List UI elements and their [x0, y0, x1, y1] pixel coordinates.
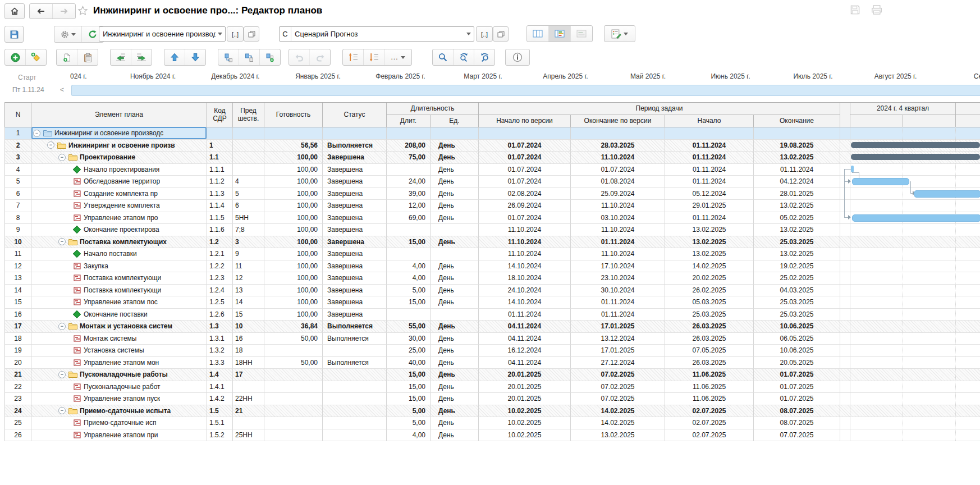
save-icon[interactable]	[850, 4, 860, 17]
gantt-bar-summary[interactable]	[851, 154, 980, 160]
outdent-button[interactable]	[111, 49, 131, 65]
expand-level-button[interactable]	[343, 49, 364, 65]
indent-button[interactable]	[131, 49, 152, 65]
redo-button[interactable]	[310, 49, 330, 65]
header-start[interactable]: Начало	[665, 115, 754, 127]
undo-button[interactable]	[289, 49, 310, 65]
gantt-cell	[850, 393, 980, 405]
table-row[interactable]: 20Управление этапом мон1.3.318НН50,00Вып…	[5, 357, 980, 369]
print-icon[interactable]	[871, 4, 882, 17]
table-row[interactable]: 14Поставка комплектующи1.2.413100,00Заве…	[5, 285, 980, 297]
header-pred[interactable]: Пред шеств.	[233, 103, 264, 127]
table-row[interactable]: 2−Инжиниринг и освоение произв156,56Выпо…	[5, 140, 980, 152]
collapse-toggle[interactable]: −	[47, 141, 54, 149]
link-add-button[interactable]	[260, 49, 280, 65]
save-button[interactable]	[4, 26, 24, 43]
add-milestone-button[interactable]	[26, 49, 46, 65]
table-row[interactable]: 7Утверждение комплекта1.1.46100,00Заверш…	[5, 200, 980, 212]
table-row[interactable]: 1−Инжиниринг и освоение производс	[5, 127, 980, 140]
scenario-field[interactable]: С Сценарий Прогноз	[279, 26, 474, 42]
search-button[interactable]	[433, 49, 454, 65]
back-button[interactable]	[30, 4, 53, 19]
end-cell	[754, 127, 840, 140]
header-start-version[interactable]: Начало по версии	[479, 115, 571, 127]
table-row[interactable]: 8Управление этапом про1.1.55НН100,00Заве…	[5, 212, 980, 225]
header-period-group[interactable]: Период задачи	[479, 103, 840, 115]
header-status[interactable]: Статус	[323, 103, 387, 127]
table-row[interactable]: 21−Пусконаладочные работы1.41715,00День2…	[5, 369, 980, 381]
info-button[interactable]	[506, 49, 529, 65]
table-row[interactable]: 25Приемо-сдаточные исп1.5.15,00День10.02…	[5, 417, 980, 429]
scenario-open-button[interactable]	[493, 26, 509, 42]
table-row[interactable]: 9Окончание проектирова1.1.67;8100,00Заве…	[5, 224, 980, 236]
copy-button[interactable]	[57, 49, 77, 65]
table-row[interactable]: 11Начало поставки1.2.19100,00Завершена11…	[5, 248, 980, 260]
home-button[interactable]	[4, 3, 25, 19]
header-unit[interactable]: Ед.	[431, 115, 479, 127]
header-duration-group[interactable]: Длительность	[387, 103, 479, 115]
header-end-version[interactable]: Окончание по версии	[571, 115, 665, 127]
forward-button[interactable]	[53, 4, 75, 19]
gantt-bar-summary[interactable]	[851, 142, 980, 148]
search-next-button[interactable]	[454, 49, 474, 65]
table-row[interactable]: 17−Монтаж и установка систем1.31036,84Вы…	[5, 321, 980, 333]
settings-button[interactable]	[54, 26, 82, 42]
timeline-collapse-button[interactable]: <	[57, 85, 66, 95]
edit-plan-button[interactable]	[605, 26, 635, 42]
link-move-button[interactable]	[218, 49, 239, 65]
plan-dropdown-icon[interactable]	[218, 33, 222, 38]
header-code[interactable]: Код СДР	[207, 103, 233, 127]
paste-button[interactable]	[77, 49, 98, 65]
table-row[interactable]: 3−Проектирование1.1100,00Завершена75,00Д…	[5, 152, 980, 164]
header-n[interactable]: N	[5, 103, 31, 127]
view-columns-button[interactable]	[527, 26, 549, 42]
add-row-button[interactable]	[5, 49, 26, 65]
scenario-dropdown-icon[interactable]	[466, 33, 471, 38]
collapse-toggle[interactable]: −	[58, 407, 66, 414]
start_v-cell: 18.10.2024	[479, 272, 571, 285]
end-cell: 04.12.2024	[754, 176, 840, 188]
more-actions-button[interactable]: ...	[384, 49, 411, 65]
view-list-button[interactable]	[571, 26, 592, 42]
table-row[interactable]: 5Обследование территор1.1.24100,00Заверш…	[5, 176, 980, 188]
table-row[interactable]: 4Начало проектирования1.1.1100,00Заверше…	[5, 164, 980, 176]
gantt-bar-task[interactable]	[914, 190, 980, 198]
table-row[interactable]: 10−Поставка комплектующих1.23100,00Завер…	[5, 236, 980, 249]
timeline-scrollbar[interactable]	[71, 85, 980, 96]
move-up-button[interactable]	[164, 49, 185, 65]
header-element[interactable]: Элемент плана	[31, 103, 207, 127]
header-dur[interactable]: Длит.	[387, 115, 431, 127]
header-ready[interactable]: Готовность	[264, 103, 323, 127]
scenario-choose-button[interactable]: [..]	[476, 26, 493, 42]
table-row[interactable]: 24−Приемо-сдаточные испыта1.5215,00День1…	[5, 405, 980, 418]
link-create-button[interactable]	[239, 49, 260, 65]
table-row[interactable]: 23Управление этапом пуск1.4.222НН15,00Де…	[5, 393, 980, 405]
table-row[interactable]: 13Поставка комплектующи1.2.312100,00Заве…	[5, 272, 980, 285]
table-row[interactable]: 26Управление этапом при1.5.225НН4,00День…	[5, 429, 980, 442]
table-row[interactable]: 19Установка системы1.3.21825,00День16.12…	[5, 345, 980, 357]
search-prev-button[interactable]	[474, 49, 494, 65]
collapse-toggle[interactable]: −	[33, 130, 40, 137]
table-row[interactable]: 15Управление этапом пос1.2.514100,00Заве…	[5, 296, 980, 309]
list-view-icon	[576, 30, 587, 38]
table-row[interactable]: 22Пусконаладочные работ1.4.115,00День20.…	[5, 381, 980, 394]
header-end[interactable]: Окончание	[754, 115, 840, 127]
move-down-button[interactable]	[185, 49, 205, 65]
collapse-toggle[interactable]: −	[58, 323, 66, 330]
favorite-star-icon[interactable]	[77, 6, 88, 18]
table-row[interactable]: 18Монтаж системы1.3.11650,00Выполняется3…	[5, 333, 980, 345]
plan-choose-button[interactable]: [..]	[227, 26, 244, 42]
table-row[interactable]: 16Окончание поставки1.2.615100,00Заверше…	[5, 309, 980, 321]
table-row[interactable]: 6Создание комплекта пр1.1.35100,00Заверш…	[5, 188, 980, 200]
collapse-toggle[interactable]: −	[58, 238, 66, 245]
table-row[interactable]: 12Закупка1.2.211100,00Завершена4,00День1…	[5, 260, 980, 273]
plan-field[interactable]: Инжиниринг и освоение производ	[99, 26, 226, 42]
gantt-bar-task[interactable]	[852, 214, 980, 222]
collapse-level-button[interactable]	[364, 49, 384, 65]
plan-open-button[interactable]	[244, 26, 259, 42]
collapse-toggle[interactable]: −	[58, 154, 66, 161]
gantt-bar-milestone[interactable]	[851, 166, 854, 172]
collapse-toggle[interactable]: −	[58, 371, 66, 378]
view-gantt-button[interactable]	[549, 26, 571, 42]
gantt-bar-task[interactable]	[852, 178, 909, 185]
